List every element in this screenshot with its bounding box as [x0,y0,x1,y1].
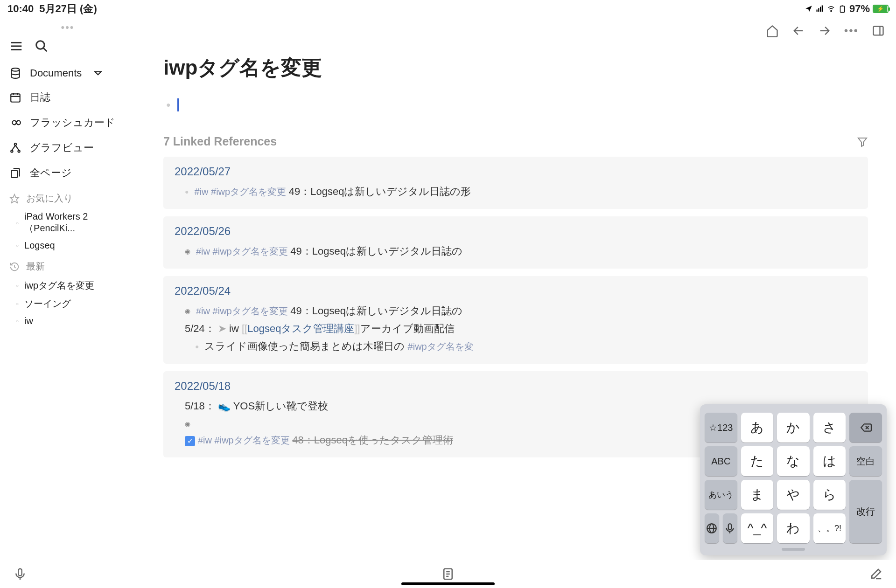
svg-marker-23 [10,194,19,202]
keyboard-handle[interactable] [782,548,805,551]
ref-line[interactable]: ◉#iw #iwpタグ名を変更 49：Logseqは新しいデジタル日誌の [175,242,857,260]
key-a[interactable]: あ [741,413,774,443]
svg-rect-6 [841,6,843,7]
nav-flashcard[interactable]: フラッシュカード [0,110,135,135]
mic-icon[interactable] [13,567,27,581]
software-keyboard[interactable]: ☆123あかさABCたなは空白あいうまやら改行^_^わ、。?! [700,404,887,555]
key-sa[interactable]: さ [813,413,846,443]
ref-line[interactable]: 5/24： ➤ iw [[Logseqタスク管理講座]]アーカイブ動画配信 [175,320,857,338]
key-ha[interactable]: は [813,446,846,476]
key-ya[interactable]: や [777,480,810,510]
key-mode-kana[interactable]: あいう [705,480,737,510]
svg-marker-30 [858,138,867,146]
page-link[interactable]: Logseqタスク管理講座 [247,323,354,334]
status-right: 97% ⚡ [805,3,889,15]
nav-label: 全ページ [30,166,72,180]
ref-line[interactable]: ●スライド画像使った簡易まとめは木曜日の #iwpタグ名を変 [175,338,857,355]
ref-date[interactable]: 2022/05/26 [175,225,857,238]
ref-line[interactable]: ●#iw #iwpタグ名を変更 49：Logseqは新しいデジタル日誌の形 [175,183,857,201]
tag-link[interactable]: #iw [196,306,213,316]
battery-indicator: ⚡ [873,5,889,13]
recent-item[interactable]: ○iw [0,313,135,329]
key-mode-123[interactable]: ☆123 [705,413,737,443]
svg-rect-38 [18,569,22,576]
key-globe[interactable] [705,513,719,543]
nav-journal[interactable]: 日誌 [0,85,135,110]
home-indicator[interactable] [401,582,495,585]
svg-point-10 [36,41,45,49]
tag-link[interactable]: #iwpタグ名を変更 [213,246,291,256]
ref-text: 5/24： [185,323,218,334]
tag-link[interactable]: #iw #iwpタグ名を変更 [198,435,292,445]
ref-card[interactable]: 2022/05/24◉#iw #iwpタグ名を変更 49：Logseqは新しいデ… [163,276,868,364]
key-ra[interactable]: ら [813,480,846,510]
ref-date[interactable]: 2022/05/18 [175,380,857,393]
ref-date[interactable]: 2022/05/27 [175,165,857,178]
svg-rect-36 [728,524,732,530]
favorite-item[interactable]: ○iPad Workers 2（PencilKi... [0,208,135,237]
back-icon[interactable] [792,24,805,37]
key-ka[interactable]: か [777,413,810,443]
status-date: 5月27日 (金) [39,2,97,16]
recent-item[interactable]: ○iwpタグ名を変更 [0,277,135,295]
svg-rect-22 [11,171,17,178]
ref-line[interactable]: ◉#iw #iwpタグ名を変更 49：Logseqは新しいデジタル日誌の [175,302,857,320]
refs-title[interactable]: 7 Linked References [163,135,277,148]
bullet-dot-icon: ◉ [185,307,190,315]
favorite-item[interactable]: ○Logseq [0,237,135,254]
svg-point-12 [11,68,19,71]
tag-link[interactable]: #iw [196,246,213,256]
ref-card[interactable]: 2022/05/26◉#iw #iwpタグ名を変更 49：Logseqは新しいデ… [163,216,868,269]
key-return[interactable]: 改行 [849,480,882,543]
tag-link[interactable]: #iwpタグ名を変更 [213,306,291,316]
nav-documents[interactable]: Documents [0,62,135,85]
key-ta[interactable]: た [741,446,774,476]
tag-link[interactable]: #iw [194,187,211,197]
nav-graph[interactable]: グラフビュー [0,135,135,160]
recent-header[interactable]: 最新 [0,254,135,277]
caret-down-icon [92,67,104,79]
favorites-header[interactable]: お気に入り [0,186,135,208]
tag-link[interactable]: #iwpタグ名を変 [408,341,474,352]
ref-text: 5/18： [185,400,218,412]
key-na[interactable]: な [777,446,810,476]
svg-point-18 [11,150,13,152]
key-mode-abc[interactable]: ABC [705,446,737,476]
panel-icon[interactable] [872,24,885,37]
menu-icon[interactable] [9,39,23,53]
forward-icon[interactable] [818,24,831,37]
key-backspace[interactable] [849,413,882,443]
key-space[interactable]: 空白 [849,446,882,476]
infinity-icon [9,117,21,129]
key-punct[interactable]: 、。?! [813,513,846,543]
checkbox-icon[interactable]: ✓ [185,436,195,446]
key-ma[interactable]: ま [741,480,774,510]
page-title: iwpタグ名を変更 [163,54,868,82]
text-cursor [177,98,179,111]
recent-item[interactable]: ○ソーイング [0,295,135,313]
svg-rect-13 [11,94,20,102]
key-emoji[interactable]: ^_^ [741,513,774,543]
status-time: 10:40 [7,3,34,15]
svg-line-21 [15,145,19,151]
home-icon[interactable] [766,24,779,37]
document-icon[interactable] [441,567,455,581]
empty-bullet[interactable]: ● [163,98,868,111]
compose-icon[interactable] [869,567,883,581]
filter-icon[interactable] [857,136,868,147]
tag-link[interactable]: #iwpタグ名を変更 [211,187,289,197]
bullet-dot-icon: ● [166,101,171,109]
search-icon[interactable] [35,39,49,53]
ref-date[interactable]: 2022/05/24 [175,284,857,297]
key-mic[interactable] [723,513,737,543]
svg-rect-5 [840,6,844,13]
ref-card[interactable]: 2022/05/27●#iw #iwpタグ名を変更 49：Logseqは新しいデ… [163,157,868,209]
nav-label: 日誌 [30,90,50,104]
drag-handle[interactable]: ••• [0,20,135,35]
nav-allpages[interactable]: 全ページ [0,160,135,186]
svg-rect-1 [818,8,819,12]
bullet-dot-icon: ◉ [185,248,190,255]
more-icon[interactable]: ••• [844,24,859,37]
key-wa[interactable]: わ [777,513,810,543]
svg-line-25 [14,267,16,268]
